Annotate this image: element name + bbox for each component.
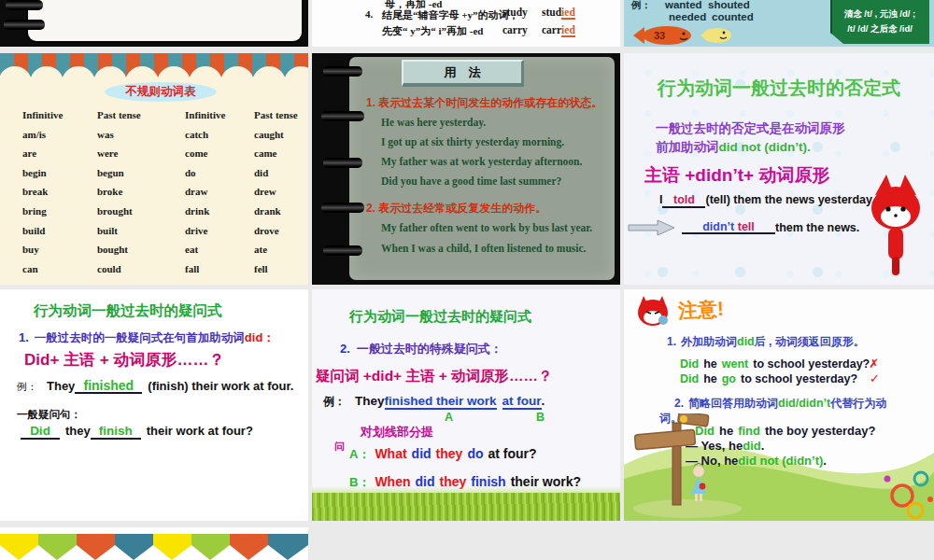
example-sentence: My father often went to work by bus last… [381, 222, 592, 233]
fill-answer: didn’t tell [682, 221, 775, 235]
spiral-binding-ring-icon [4, 20, 45, 30]
example-word: shouted [708, 0, 750, 10]
example-word: carried [542, 24, 575, 35]
slide-notebook-top[interactable] [0, 0, 308, 47]
slide-ed-rules[interactable]: 母，再加 -ed 4. 结尾是“辅音字母 +y”的动词， study studi… [312, 0, 620, 47]
pennant-bunting-decoration [0, 534, 308, 560]
didnot-highlight: did not (didn’t). [719, 140, 811, 154]
cell: built [97, 225, 185, 245]
cell: drink [185, 205, 254, 225]
usage-rule-1: 1. 表示过去某个时间发生的动作或存在的状态。 [366, 95, 602, 111]
sentence-word: he [703, 372, 717, 385]
slide-irregular-verbs[interactable]: 不规则动词表 InfinitivePast tenseInfinitivePas… [0, 53, 308, 285]
rule-number: 2. [340, 342, 350, 356]
body-line-1: 一般过去时的否定式是在动词原形 [656, 120, 845, 137]
cell: fall [185, 263, 254, 283]
slide-negative-form[interactable]: 行为动词一般过去时的否定式 一般过去时的否定式是在动词原形 前加助动词 did … [624, 53, 934, 285]
label-a: A [445, 411, 453, 424]
fill-tell: tell [738, 220, 755, 233]
cell: build [22, 225, 97, 245]
slide-question-form-2[interactable]: 行为动词一般过去时的疑问式 2. 一般过去时的特殊疑问式： 疑问词 +did+ … [312, 289, 620, 521]
cell: brought [97, 205, 185, 225]
underlined-part-b: at four [502, 394, 542, 410]
word-stem: carr [542, 24, 561, 35]
q-word: he [719, 424, 733, 438]
body-line-2: 前加助动词 [656, 139, 719, 156]
hint-text: 对划线部分提 [361, 424, 433, 441]
answer-text: — No, he [686, 454, 738, 468]
cross-icon: ✗ [869, 357, 879, 371]
slide-pronunciation[interactable]: 例： wanted shouted needed counted 33 清念 /… [624, 0, 934, 47]
yellow-fish-icon [699, 27, 732, 44]
rule-text: 一般过去时的特殊疑问式： [357, 341, 502, 357]
example-label: 例： [17, 380, 37, 394]
example-sentence: When I was a child, I often listened to … [381, 243, 586, 254]
fill-didnt: didn’t [702, 220, 738, 233]
cell: came [254, 147, 308, 167]
slide-title: 行为动词一般过去时的疑问式 [34, 301, 222, 321]
example-sentence: Did you have a good time last summer? [381, 175, 561, 187]
question-formula: Did+ 主语 + 动词原形……？ [24, 349, 224, 371]
word-stem: stud [542, 7, 561, 18]
qa-word: did [412, 446, 432, 461]
grass-decoration [312, 493, 620, 521]
cell: eat [185, 244, 254, 263]
cell: buy [22, 244, 97, 263]
cell: could [97, 263, 185, 283]
arrow-icon [628, 219, 676, 236]
cell: broke [97, 186, 185, 205]
did-highlight: did [737, 335, 755, 348]
answer-text: . [761, 439, 765, 453]
cell: bring [22, 205, 97, 225]
period: . [542, 394, 545, 408]
rule-text: 一般过去时的一般疑问式在句首加助动词 [35, 330, 245, 346]
cell: was [97, 129, 185, 148]
cell: did [254, 167, 308, 187]
example-word: carry [502, 24, 528, 35]
slide-bunting-top[interactable] [0, 527, 308, 560]
note-text: 外加助动词 [681, 334, 737, 350]
note-number: 1. [667, 335, 676, 348]
qa-label: A： [349, 446, 370, 463]
col-header: Infinitive [22, 109, 97, 129]
sentence-word: he [703, 357, 717, 371]
slide-question-form-1[interactable]: 行为动词一般过去时的疑问式 1. 一般过去时的一般疑问式在句首加助动词 did … [0, 289, 308, 521]
spiral-binding-ring-icon [6, 0, 43, 10]
slide-usage[interactable]: 用 法 1. 表示过去某个时间发生的动作或存在的状态。 He was here … [312, 53, 620, 285]
example-text: They [47, 379, 75, 393]
slide-attention[interactable]: 注意! 1. 外加助动词 did 后 , 动词须返回原形。 Did he wen… [624, 289, 934, 521]
slide-title: 行为动词一般过去时的否定式 [624, 76, 934, 101]
cell: do [185, 167, 254, 187]
label-b: B [536, 411, 545, 424]
cell: drank [254, 205, 308, 225]
fox-icon [635, 295, 671, 327]
cell: were [97, 147, 185, 167]
rule-number: 1. [19, 330, 29, 344]
example-sentence: He was here yesterday. [381, 117, 486, 128]
sentence-word: go [722, 372, 736, 385]
irregular-verb-table: InfinitivePast tenseInfinitivePast tense… [22, 109, 308, 282]
cell: ate [254, 244, 308, 263]
sentence-word: to school yesterday? [741, 372, 857, 385]
note-text: 后 , 动词须返回原形。 [755, 334, 865, 350]
example-word: wanted [665, 0, 702, 10]
negative-formula: 主语 +didn’t+ 动词原形 [644, 163, 829, 188]
note-text: 简略回答用助动词 [688, 396, 778, 412]
qa-word: do [467, 446, 483, 461]
q-word: find [738, 424, 760, 438]
cell: are [22, 147, 97, 167]
example-text: them the news. [775, 221, 859, 234]
attention-title: 注意! [677, 296, 724, 325]
usage-rule-2: 2. 表示过去经常或反复发生的动作。 [366, 201, 546, 217]
rule-line: /t/ /d/ 之后念 /id/ [847, 23, 913, 35]
sentence-word: Did [680, 372, 699, 385]
qa-word: they [436, 446, 463, 461]
spiral-binding-ring-icon [323, 66, 362, 77]
answer-text: — Yes, he [686, 439, 743, 453]
example-sentence: I got up at six thirty yesterday morning… [381, 136, 564, 147]
cell: am/is [22, 129, 97, 148]
fill-word-told: told [662, 194, 705, 208]
rule4-text2: 先变“ y”为“ i”再加 -ed [382, 24, 483, 38]
example-word: study [502, 7, 528, 18]
q-word: Did [695, 424, 715, 438]
